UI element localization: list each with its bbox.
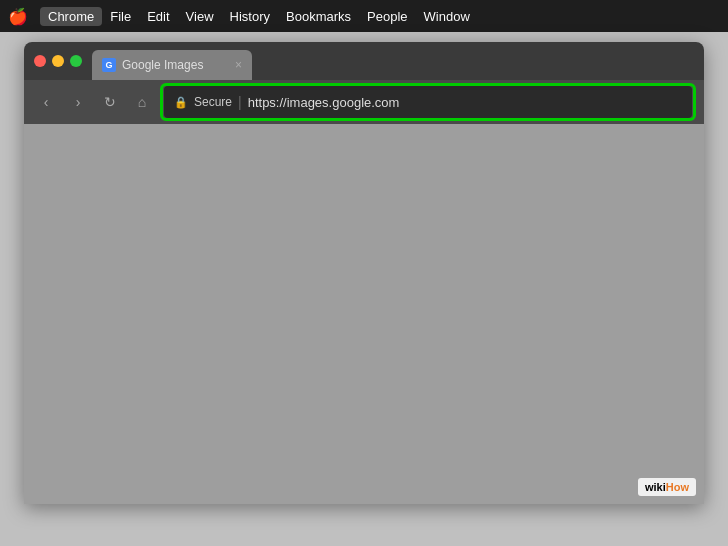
back-button[interactable]: ‹ [32,88,60,116]
tab-close-button[interactable]: × [235,58,242,72]
toolbar: ‹ › ↻ ⌂ 🔒 Secure | https://images.google… [24,80,704,124]
traffic-lights [34,55,82,67]
close-button[interactable] [34,55,46,67]
browser-content [24,124,704,504]
secure-label: Secure [194,95,232,109]
title-bar: G Google Images × [24,42,704,80]
home-icon: ⌂ [138,94,146,110]
tab-title: Google Images [122,58,229,72]
active-tab[interactable]: G Google Images × [92,50,252,80]
tab-favicon: G [102,58,116,72]
wikihow-wiki: wiki [645,481,666,493]
menu-people[interactable]: People [359,7,415,26]
menu-bookmarks[interactable]: Bookmarks [278,7,359,26]
lock-icon: 🔒 [174,96,188,109]
menu-file[interactable]: File [102,7,139,26]
menu-history[interactable]: History [222,7,278,26]
wikihow-badge: wikiHow [638,478,696,496]
back-icon: ‹ [44,94,49,110]
menu-bar: 🍎 Chrome File Edit View History Bookmark… [0,0,728,32]
maximize-button[interactable] [70,55,82,67]
refresh-icon: ↻ [104,94,116,110]
address-bar-wrapper: 🔒 Secure | https://images.google.com [164,86,692,118]
wikihow-how: How [666,481,689,493]
address-divider: | [238,94,242,110]
menu-edit[interactable]: Edit [139,7,177,26]
forward-icon: › [76,94,81,110]
apple-menu[interactable]: 🍎 [8,7,28,26]
browser-window: G Google Images × ‹ › ↻ ⌂ [24,42,704,504]
tabs-container: G Google Images × [92,42,694,80]
minimize-button[interactable] [52,55,64,67]
menu-window[interactable]: Window [416,7,478,26]
refresh-button[interactable]: ↻ [96,88,124,116]
home-button[interactable]: ⌂ [128,88,156,116]
menu-chrome[interactable]: Chrome [40,7,102,26]
address-bar[interactable]: 🔒 Secure | https://images.google.com [164,86,692,118]
favicon-letter: G [105,60,112,70]
url-text[interactable]: https://images.google.com [248,95,400,110]
menu-view[interactable]: View [178,7,222,26]
forward-button[interactable]: › [64,88,92,116]
